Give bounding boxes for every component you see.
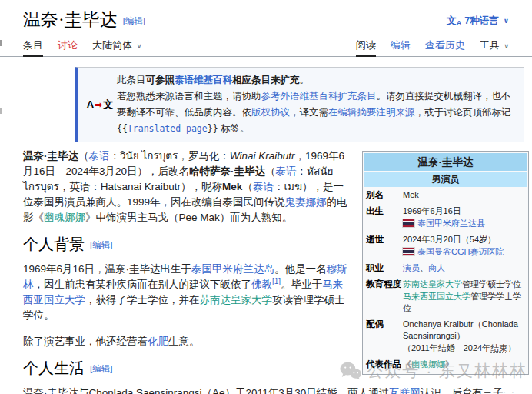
text-segment: 温奈·圭毕达与Chonlada Saensinrangsi（Ae）于2011年3…	[23, 387, 389, 394]
wiki-link[interactable]: 互联网	[389, 387, 421, 394]
language-icon: 文A	[447, 14, 462, 28]
variant-selector[interactable]: 大陆简体 ∨	[92, 35, 141, 57]
infobox-value-line: Mek	[403, 189, 525, 201]
text-segment: 》	[445, 359, 454, 369]
text-segment: Mek	[222, 181, 242, 192]
infobox-value-line: 《幽魂娜娜》	[403, 359, 525, 370]
text-segment: 相应条目来扩充	[232, 75, 300, 85]
notice-text: 此条目可参照泰语维基百科相应条目来扩充。 若您熟悉来源语言和主题，请协助参考外语…	[117, 72, 516, 137]
text-segment: 《	[403, 359, 411, 369]
wiki-link[interactable]: Translated page	[128, 123, 208, 134]
screenshot-edge-artifact	[0, 108, 2, 114]
page-title-text: 温奈·圭毕达	[23, 10, 118, 29]
infobox-row: 配偶 Onchanya Kraibutr（Chonlada Saensinran…	[364, 316, 527, 356]
infobox-label: 职业	[366, 262, 403, 275]
tools-menu[interactable]: 工具 ∨	[480, 35, 509, 57]
wiki-link[interactable]: 泰语维基百科	[175, 75, 232, 85]
infobox: 温奈·圭毕达 男演员 别名 Mek 出生 1969年6月16日 泰国甲米府兰达县…	[362, 151, 529, 375]
wiki-link[interactable]: 商人	[428, 263, 445, 272]
text-segment: ，或于讨论页顶部标记	[415, 107, 511, 118]
infobox-label: 逝世	[366, 234, 403, 259]
infobox-label: 代表作品	[366, 359, 403, 371]
text-segment: （2011年结婚—2024年	[403, 343, 490, 352]
wiki-link[interactable]: 化肥	[148, 336, 168, 347]
wiki-link[interactable]: 泰国曼谷CGH赛迈医院	[417, 247, 504, 256]
wiki-link[interactable]: 鬼妻娜娜	[285, 196, 327, 208]
infobox-row: 别名 Mek	[364, 187, 527, 203]
infobox-value-line: 1969年6月16日	[403, 205, 525, 217]
infobox-row: 职业 演员、商人	[364, 260, 527, 276]
notice-line-1: 此条目可参照泰语维基百科相应条目来扩充。	[117, 72, 516, 88]
text-segment: ）	[507, 343, 516, 352]
text-segment: 。毕业于	[281, 279, 322, 290]
chevron-down-icon: ∨	[137, 42, 142, 50]
tab-edit[interactable]: 编辑	[391, 35, 411, 57]
wiki-link[interactable]: 泰国甲米府兰达岛	[191, 263, 274, 275]
infobox-value-line: 马来西亚国立大学管理学学士学位	[403, 291, 525, 314]
text-segment: 可参照	[146, 75, 175, 85]
infobox-value-line: 苏南达皇家大学管理学硕士学位	[403, 279, 525, 290]
article-tab-bar: 条目 讨论 大陆简体 ∨ 阅读 编辑 查看历史 工具 ∨	[0, 35, 532, 57]
infobox-value-line: （2011年结婚—2024年结束）	[403, 342, 525, 354]
wiki-link[interactable]: 幽魂娜娜	[44, 212, 85, 223]
wiki-link[interactable]: 在编辑摘要注明来源	[328, 107, 415, 118]
wiki-link[interactable]: 泰国甲米府兰达县	[417, 219, 485, 228]
text-segment: 、	[420, 263, 428, 272]
wiki-link[interactable]: 苏南达皇家大学	[200, 294, 273, 306]
translate-icon: A➡文	[83, 97, 117, 112]
tab-article[interactable]: 条目	[23, 35, 43, 57]
tab-history[interactable]: 查看历史	[425, 35, 465, 57]
text-segment: Mek	[403, 190, 419, 199]
text-segment: 1969年6月16日	[403, 206, 461, 215]
wiki-link[interactable]: 幽魂娜娜	[411, 359, 445, 369]
infobox-value-line: 泰国甲米府兰达县	[403, 218, 525, 229]
wiki-link[interactable]: 泰语	[276, 165, 297, 177]
infobox-label: 别名	[366, 189, 403, 202]
infobox-value-line: Onchanya Kraibutr（Chonlada Saensinrangsi…	[403, 319, 525, 342]
chevron-down-icon: ∨	[504, 17, 509, 25]
wiki-link[interactable]: 马来西亚国立大学	[403, 292, 470, 301]
infobox-title: 温奈·圭毕达	[364, 153, 527, 171]
wiki-link[interactable]: 佛教	[251, 279, 272, 290]
text-segment: （	[265, 165, 276, 177]
wiki-link[interactable]: 苏南达皇家大学	[403, 279, 462, 289]
text-segment: ：วินัย ไกรบุตร，罗马化：	[110, 150, 230, 162]
text-segment: 。他是一名	[274, 263, 327, 275]
wiki-link[interactable]: 泰语	[89, 150, 110, 162]
language-count-label: 7种语言	[464, 15, 498, 28]
wiki-link[interactable]: 演员	[403, 263, 420, 272]
wiki-link[interactable]: 泰语	[253, 181, 274, 192]
title-edit-link[interactable]: [编辑]	[123, 16, 145, 25]
tab-read[interactable]: 阅读	[356, 35, 376, 57]
language-selector-button[interactable]: 文A 7种语言 ∨	[447, 14, 509, 28]
text-segment: 2024年3月20日（54岁）	[403, 235, 496, 244]
wiki-link[interactable]: 版权协议	[251, 107, 290, 118]
section-title: 个人生活	[23, 359, 85, 376]
wiki-link[interactable]: 参考外语维基百科扩充条目	[261, 91, 377, 102]
infobox-value-line: 演员、商人	[403, 262, 525, 274]
text-segment: {{	[117, 123, 128, 134]
infobox-value-line: 泰国曼谷CGH赛迈医院	[403, 246, 525, 258]
edit-link[interactable]: [编辑]	[90, 364, 112, 373]
translation-notice-box: A➡文 此条目可参照泰语维基百科相应条目来扩充。 若您熟悉来源语言和主题，请协助…	[75, 67, 524, 142]
tab-talk[interactable]: 讨论	[58, 35, 78, 57]
text-segment: 若您熟悉来源语言和主题，请协助	[117, 91, 261, 102]
text-segment: ，译文需	[290, 107, 328, 118]
section-title: 个人背景	[23, 235, 85, 252]
reference-link[interactable]: [1]	[272, 277, 281, 285]
text-segment: 哈特萨奈·圭毕达	[189, 165, 265, 177]
right-tabs: 阅读 编辑 查看历史 工具 ∨	[356, 35, 509, 56]
thailand-flag-icon	[403, 248, 414, 255]
text-segment: 1969年6月16日，温奈·圭毕达出生于	[23, 263, 191, 275]
text-segment: 生意。	[168, 336, 200, 347]
paragraph: 温奈·圭毕达与Chonlada Saensinrangsi（Ae）于2011年3…	[23, 386, 529, 394]
thailand-flag-icon	[403, 219, 414, 227]
text-segment: （	[78, 150, 89, 162]
text-segment: 管理学硕士学位	[462, 279, 521, 289]
text-segment: （	[242, 181, 253, 192]
text-segment: }}	[208, 123, 218, 134]
infobox-label: 配偶	[366, 319, 403, 355]
edit-link[interactable]: [编辑]	[90, 240, 112, 249]
arrow-right-icon: ➡	[94, 99, 103, 110]
text-segment: 温奈·圭毕达	[23, 150, 78, 162]
